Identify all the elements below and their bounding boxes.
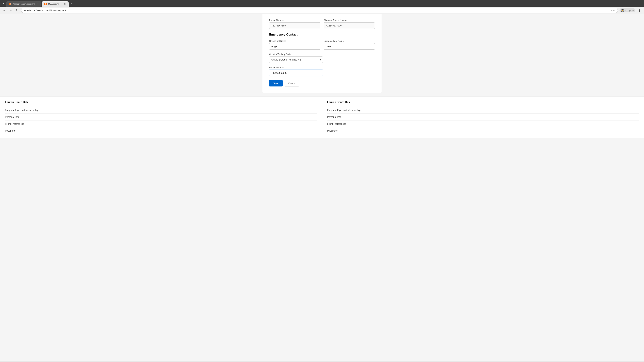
browser-menu-button[interactable]: ⋮ [637,8,642,13]
page-content: Phone Number Alternate Phone Number Emer… [0,14,644,361]
tab-title-2: My Account [48,3,62,5]
new-tab-button[interactable]: + [69,1,74,6]
left-panel: Lauren Smith Deli Frequent Flyer and Mem… [0,96,322,138]
form-action-buttons: Save Cancel [269,80,375,86]
last-name-group: Surname/Last Name [324,40,375,50]
left-panel-link-0[interactable]: Frequent Flyer and Membership [5,107,317,114]
right-panel-link-2[interactable]: Flight Preferences [327,120,639,127]
forward-button[interactable]: → [8,8,13,13]
bottom-panels: Lauren Smith Deli Frequent Flyer and Mem… [0,96,644,138]
first-name-label: Given/First Name [269,40,320,42]
reload-button[interactable]: ↻ [15,8,20,13]
first-name-input[interactable] [269,43,320,50]
emergency-contact-section: Emergency Contact Given/First Name Surna… [269,33,375,86]
emergency-phone-input[interactable] [269,70,323,76]
tab-account-communications[interactable]: Z Account communications ✕ [6,1,42,7]
left-panel-link-3[interactable]: Passports [5,127,317,134]
left-panel-link-2[interactable]: Flight Preferences [5,120,317,127]
right-panel-name: Lauren Smith Deli [327,101,639,104]
right-panel: Lauren Smith Deli Frequent Flyer and Mem… [322,96,644,138]
incognito-button[interactable]: 🕵 Incognito [620,8,635,12]
tab-favicon-1: Z [9,3,12,5]
url-bar[interactable]: expedia.com/user/account/?&selc=payment … [21,8,618,13]
incognito-icon: 🕵 [621,9,624,12]
save-button[interactable]: Save [269,80,282,86]
tab-dropdown-button[interactable]: ▾ [1,1,6,6]
alt-phone-number-label: Alternate Phone Number [324,19,375,21]
tab-title-1: Account communications [13,3,35,5]
emergency-phone-group: Phone Number [269,66,323,76]
tab-favicon-2: Z [44,3,47,5]
last-name-label: Surname/Last Name [324,40,375,42]
phone-number-row: Phone Number Alternate Phone Number [269,19,375,29]
split-view-icon[interactable]: ⊡ [613,9,615,12]
back-button[interactable]: ← [2,8,7,13]
first-name-group: Given/First Name [269,40,320,50]
main-card: Phone Number Alternate Phone Number Emer… [262,14,382,93]
incognito-label: Incognito [626,9,634,11]
bookmark-icon[interactable]: ☆ [610,9,612,12]
emergency-phone-label: Phone Number [269,66,323,69]
browser-chrome: ▾ Z Account communications ✕ Z My Accoun… [0,0,644,14]
right-panel-link-3[interactable]: Passports [327,127,639,134]
phone-number-input[interactable] [269,22,320,29]
alt-phone-number-group: Alternate Phone Number [324,19,375,29]
tab-close-1[interactable]: ✕ [36,3,39,5]
emergency-contact-title: Emergency Contact [269,33,375,36]
country-code-label: Country/Territory Code [269,53,323,55]
last-name-input[interactable] [324,43,375,50]
name-row: Given/First Name Surname/Last Name [269,40,375,50]
country-code-group: Country/Territory Code United States of … [269,53,323,63]
tab-bar: ▾ Z Account communications ✕ Z My Accoun… [0,0,644,7]
cancel-button[interactable]: Cancel [284,80,299,86]
phone-number-group: Phone Number [269,19,320,29]
country-code-select[interactable]: United States of America + 1 [269,56,323,63]
tab-close-2[interactable]: ✕ [64,3,66,5]
left-panel-link-1[interactable]: Personal Info [5,114,317,120]
left-panel-name: Lauren Smith Deli [5,101,317,104]
right-panel-link-1[interactable]: Personal Info [327,114,639,120]
alt-phone-number-input[interactable] [324,22,375,29]
tab-my-account[interactable]: Z My Account ✕ [42,1,68,7]
address-bar: ← → ↻ expedia.com/user/account/?&selc=pa… [0,7,644,14]
country-select-wrapper: United States of America + 1 ▾ [269,56,323,63]
url-text: expedia.com/user/account/?&selc=payment [24,9,609,11]
right-panel-link-0[interactable]: Frequent Flyer and Membership [327,107,639,114]
phone-number-label: Phone Number [269,19,320,21]
